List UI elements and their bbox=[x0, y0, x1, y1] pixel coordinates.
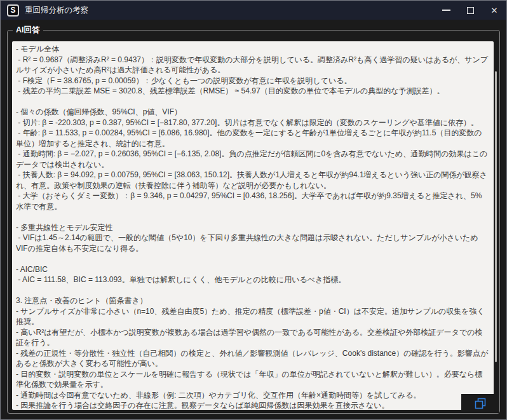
answer-line: - 切片: β = -220.303, p = 0.387, 95%CI = [… bbox=[16, 118, 489, 128]
answer-line: - 残差の平均二乗誤差 MSE = 3020.8、残差標準誤差（RMSE） ≈ … bbox=[16, 86, 489, 97]
answer-line: - 因果推論を行う場合は交絡因子の存在に注意。観察データならば単純回帰係数は因果… bbox=[16, 400, 489, 410]
scrollbar-thumb[interactable] bbox=[495, 71, 497, 362]
copy-button-container bbox=[461, 394, 499, 413]
minimize-button[interactable] bbox=[434, 1, 458, 20]
maximize-icon bbox=[467, 7, 474, 14]
answer-line: - モデル全体 bbox=[16, 44, 489, 55]
window-controls: ✕ bbox=[434, 1, 506, 20]
answer-line: - R² = 0.9687（調整済みR² = 0.9437）：説明変数で年収変動… bbox=[16, 55, 489, 76]
answer-line: - 残差の正規性・等分散性・独立性（自己相関）の検定と、外れ値／影響観測値（レバ… bbox=[16, 348, 489, 369]
app-window: S 重回帰分析の考察 ✕ AI回答 - モデル全体 - R² = 0.9687（… bbox=[0, 0, 507, 420]
minimize-icon bbox=[442, 10, 450, 11]
ai-answer-panel: AI回答 - モデル全体 - R² = 0.9687（調整済みR² = 0.94… bbox=[7, 30, 500, 414]
titlebar: S 重回帰分析の考察 ✕ bbox=[1, 1, 506, 20]
answer-line: - 年齢: β = 11.533, p = 0.00284, 95%CI = [… bbox=[16, 128, 489, 149]
window-title: 重回帰分析の考察 bbox=[25, 5, 88, 16]
answer-line bbox=[16, 212, 489, 222]
answer-line: - F検定（F = 38.6765, p = 0.00059）：少なくとも一つの… bbox=[16, 76, 489, 86]
app-icon: S bbox=[7, 4, 19, 17]
copy-button[interactable] bbox=[473, 396, 488, 411]
answer-line: - AIC = 111.58、BIC = 113.093。単独では解釈しにくく、… bbox=[16, 274, 489, 285]
copy-icon bbox=[474, 397, 487, 410]
close-icon: ✕ bbox=[491, 6, 498, 15]
answer-line bbox=[16, 285, 489, 296]
ai-answer-text-area[interactable]: - モデル全体 - R² = 0.9687（調整済みR² = 0.9437）：説… bbox=[12, 41, 494, 410]
answer-line: - 高いR²は有望だが、小標本かつ説明変数が複数ある場合は過学習や偶然の一致であ… bbox=[16, 327, 489, 348]
answer-line bbox=[16, 97, 489, 107]
answer-line: - 通勤時間は今回有意でないため、非線形（例: 二次項）やカテゴリ化、交互作用（… bbox=[16, 390, 489, 401]
maximize-button[interactable] bbox=[458, 1, 482, 20]
answer-line: - 目的変数・説明変数の単位とスケールを明確に報告する（現状では「年収」の単位が… bbox=[16, 369, 489, 390]
answer-line: - AIC/BIC bbox=[16, 264, 489, 275]
answer-line: - 通勤時間: β = −2.027, p = 0.26036, 95%CI =… bbox=[16, 149, 489, 170]
panel-legend: AI回答 bbox=[13, 25, 43, 35]
close-button[interactable]: ✕ bbox=[482, 1, 506, 20]
answer-line: 3. 注意点・改善のヒント（箇条書き） bbox=[16, 295, 489, 306]
answer-line: - サンプルサイズが非常に小さい（n=10、残差自由度5）ため、推定の精度（標準… bbox=[16, 306, 489, 327]
answer-line: - 大学（おそらくダミー変数）：β = 9.346, p = 0.04297, … bbox=[16, 191, 489, 212]
answer-line: - 扶養人数: β = 94.092, p = 0.00759, 95%CI =… bbox=[16, 170, 489, 191]
answer-line bbox=[16, 254, 489, 264]
answer-line: - 個々の係数（偏回帰係数、95%CI、p値、VIF） bbox=[16, 107, 489, 118]
answer-line: - VIFは1.45～2.14の範囲で、一般的な閾値（5や10）を下回り多重共線… bbox=[16, 233, 489, 254]
answer-line: - 多重共線性とモデル安定性 bbox=[16, 222, 489, 233]
